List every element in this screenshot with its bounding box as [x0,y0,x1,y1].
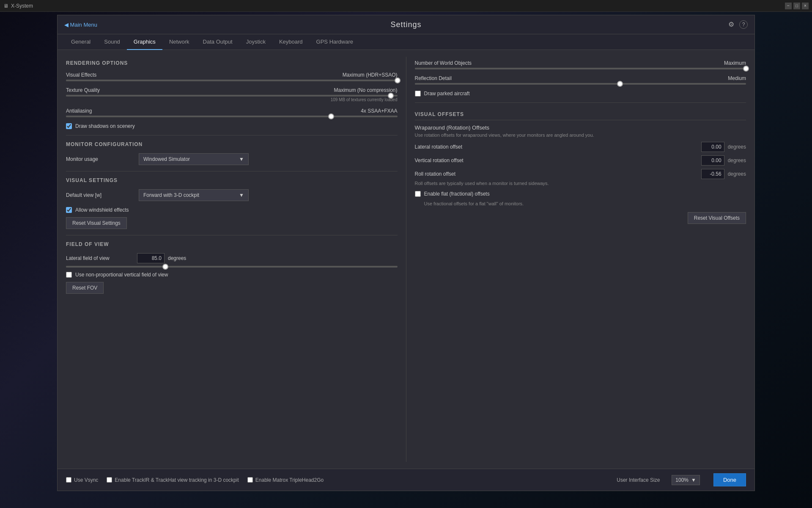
antialiasing-label: Antialiasing [66,108,134,114]
minimize-button[interactable]: − [785,3,792,9]
lateral-fov-container: Lateral field of view degrees [66,253,398,268]
tab-general[interactable]: General [64,34,97,50]
lateral-offset-row: Lateral rotation offset degrees [415,142,746,152]
tab-graphics[interactable]: Graphics [127,34,162,50]
default-view-chevron: ▼ [239,192,244,198]
close-button[interactable]: × [802,3,809,9]
vertical-offset-unit: degrees [728,157,746,163]
monitor-usage-label: Monitor usage [66,156,134,162]
lateral-fov-track[interactable] [66,266,398,268]
tab-bar: General Sound Graphics Network Data Outp… [58,34,754,50]
divider-2 [66,171,398,171]
default-view-label: Default view [w] [66,192,134,198]
visual-settings-header: VISUAL SETTINGS [66,177,398,183]
ui-size-label: User Interface Size [617,477,660,483]
ui-size-dropdown[interactable]: 100% ▼ [672,475,700,485]
fov-header: FIELD OF VIEW [66,241,398,247]
tab-network[interactable]: Network [162,34,196,50]
windshield-row: Allow windshield effects [66,207,398,213]
monitor-usage-row: Monitor usage Windowed Simulator ▼ [66,153,398,165]
app-title: X-System [11,3,33,9]
texture-quality-label: Texture Quality [66,87,134,93]
title-bar: 🖥 X-System − □ × [0,0,812,12]
visual-offsets-header: VISUAL OFFSETS [415,109,746,120]
tab-gps-hardware[interactable]: GPS Hardware [310,34,360,50]
draw-parked-label: Draw parked aircraft [424,91,470,97]
default-view-row: Default view [w] Forward with 3-D cockpi… [66,189,398,201]
lateral-offset-label: Lateral rotation offset [415,144,698,150]
roll-offset-desc: Roll offsets are typically used when a m… [415,181,746,186]
settings-header: ◀ Main Menu Settings ⚙ ? [58,15,754,34]
wraparound-title: Wraparound (Rotation) Offsets [415,124,746,131]
matrox-container: Enable Matrox TripleHead2Go [247,477,324,483]
bottom-bar: Use Vsync Enable TrackIR & TrackHat view… [58,469,754,491]
ui-size-value: 100% [675,477,689,483]
visual-effects-label: Visual Effects [66,72,134,78]
default-view-dropdown[interactable]: Forward with 3-D cockpit ▼ [139,189,249,201]
reset-fov-button[interactable]: Reset FOV [66,282,104,294]
monitor-config-header: MONITOR CONFIGURATION [66,141,398,147]
lateral-fov-unit: degrees [168,255,186,261]
ui-size-chevron: ▼ [691,477,696,483]
monitor-usage-value: Windowed Simulator [143,156,190,162]
roll-offset-container: Roll rotation offset degrees Roll offset… [415,169,746,186]
enable-flat-checkbox[interactable] [415,191,421,197]
done-button[interactable]: Done [713,473,746,486]
vsync-checkbox[interactable] [66,477,71,483]
vsync-container: Use Vsync [66,477,98,483]
non-proportional-row: Use non-proportional vertical field of v… [66,272,398,278]
roll-offset-label: Roll rotation offset [415,171,698,177]
settings-window: ◀ Main Menu Settings ⚙ ? General Sound G… [57,15,755,491]
world-objects-track[interactable] [415,68,746,69]
tab-data-output[interactable]: Data Output [196,34,239,50]
lateral-offset-unit: degrees [728,144,746,150]
app-icon: 🖥 [3,3,8,9]
reflection-label: Reflection Detail [415,75,483,81]
divider-3 [66,235,398,235]
windshield-checkbox[interactable] [66,207,72,213]
antialiasing-value: 4x SSAA+FXAA [361,108,397,114]
texture-quality-value: Maximum (No compression) [334,87,397,93]
non-proportional-checkbox[interactable] [66,272,72,278]
lateral-fov-label: Lateral field of view [66,255,134,261]
tab-keyboard[interactable]: Keyboard [272,34,310,50]
roll-offset-input[interactable] [701,169,724,179]
reset-visual-settings-button[interactable]: Reset Visual Settings [66,217,127,229]
content-right: Number of World Objects Maximum Reflecti… [406,57,746,462]
enable-flat-label: Enable flat (fractional) offsets [424,191,490,197]
filter-icon[interactable]: ⚙ [728,20,734,29]
back-button[interactable]: ◀ Main Menu [64,22,97,28]
help-icon[interactable]: ? [739,20,748,29]
draw-parked-row: Draw parked aircraft [415,91,746,97]
tab-joystick[interactable]: Joystick [239,34,272,50]
draw-parked-checkbox[interactable] [415,91,421,97]
texture-quality-subtext: 109 MB of textures currently loaded [66,97,398,102]
trackir-container: Enable TrackIR & TrackHat view tracking … [107,477,239,483]
reflection-track[interactable] [415,83,746,85]
vertical-offset-label: Vertical rotation offset [415,157,698,163]
roll-offset-row: Roll rotation offset degrees [415,169,746,179]
content-left: RENDERING OPTIONS Visual Effects Maximum… [66,57,398,462]
reflection-container: Reflection Detail Medium [415,75,746,85]
antialiasing-track[interactable] [66,116,398,117]
trackir-checkbox[interactable] [107,477,112,483]
vertical-offset-input[interactable] [701,155,724,166]
monitor-usage-chevron: ▼ [239,156,244,162]
settings-content: RENDERING OPTIONS Visual Effects Maximum… [58,50,754,469]
maximize-button[interactable]: □ [793,3,800,9]
texture-quality-track[interactable] [66,95,398,97]
lateral-offset-input[interactable] [701,142,724,152]
tab-sound[interactable]: Sound [97,34,127,50]
reflection-value: Medium [728,75,746,81]
draw-shadows-row: Draw shadows on scenery [66,123,398,129]
visual-effects-track[interactable] [66,80,398,81]
matrox-checkbox[interactable] [247,477,253,483]
lateral-fov-input[interactable] [137,253,165,263]
rendering-options-header: RENDERING OPTIONS [66,60,398,66]
matrox-label: Enable Matrox TripleHead2Go [255,477,324,483]
reset-visual-offsets-button[interactable]: Reset Visual Offsets [688,212,746,224]
default-view-value: Forward with 3-D cockpit [143,192,199,198]
monitor-usage-dropdown[interactable]: Windowed Simulator ▼ [139,153,249,165]
visual-effects-slider-container: Visual Effects Maximum (HDR+SSAO) [66,72,398,81]
draw-shadows-checkbox[interactable] [66,123,72,129]
